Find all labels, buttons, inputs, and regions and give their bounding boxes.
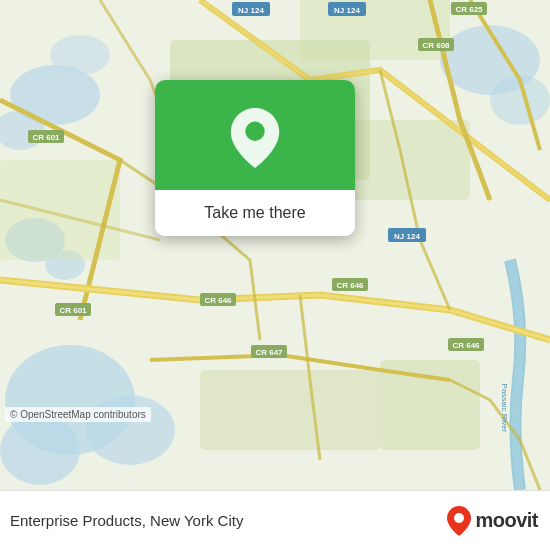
svg-point-7 <box>85 395 175 465</box>
location-pin-icon <box>230 108 280 168</box>
svg-text:CR 647: CR 647 <box>255 348 283 357</box>
svg-point-8 <box>0 415 80 485</box>
map-container: NJ 124 NJ 124 CR 608 CR 625 CR 601 CR 60… <box>0 0 550 490</box>
attribution-text: © OpenStreetMap contributors <box>10 409 146 420</box>
svg-point-3 <box>50 35 110 75</box>
popup-button-label: Take me there <box>204 204 305 222</box>
map-attribution: © OpenStreetMap contributors <box>5 407 151 422</box>
popup-card: Take me there <box>155 80 355 236</box>
svg-text:NJ 124: NJ 124 <box>394 232 420 241</box>
take-me-there-button[interactable]: Take me there <box>155 190 355 236</box>
svg-rect-13 <box>200 370 380 450</box>
svg-text:CR 608: CR 608 <box>422 41 450 50</box>
svg-text:CR 646: CR 646 <box>452 341 480 350</box>
svg-text:CR 646: CR 646 <box>204 296 232 305</box>
svg-text:NJ 124: NJ 124 <box>334 6 360 15</box>
svg-point-40 <box>245 121 264 140</box>
svg-text:CR 601: CR 601 <box>32 133 60 142</box>
svg-rect-15 <box>0 160 120 260</box>
svg-text:CR 601: CR 601 <box>59 306 87 315</box>
svg-rect-12 <box>350 120 470 200</box>
popup-green-area <box>155 80 355 190</box>
bottom-bar: Enterprise Products, New York City moovi… <box>0 490 550 550</box>
moovit-brand-name: moovit <box>475 509 538 532</box>
svg-point-41 <box>454 513 464 523</box>
svg-text:NJ 124: NJ 124 <box>238 6 264 15</box>
svg-text:Passaic River: Passaic River <box>500 384 509 433</box>
location-label: Enterprise Products, New York City <box>10 512 243 529</box>
svg-text:CR 646: CR 646 <box>336 281 364 290</box>
svg-text:CR 625: CR 625 <box>455 5 483 14</box>
moovit-pin-icon <box>447 506 471 536</box>
moovit-logo: moovit <box>447 506 538 536</box>
